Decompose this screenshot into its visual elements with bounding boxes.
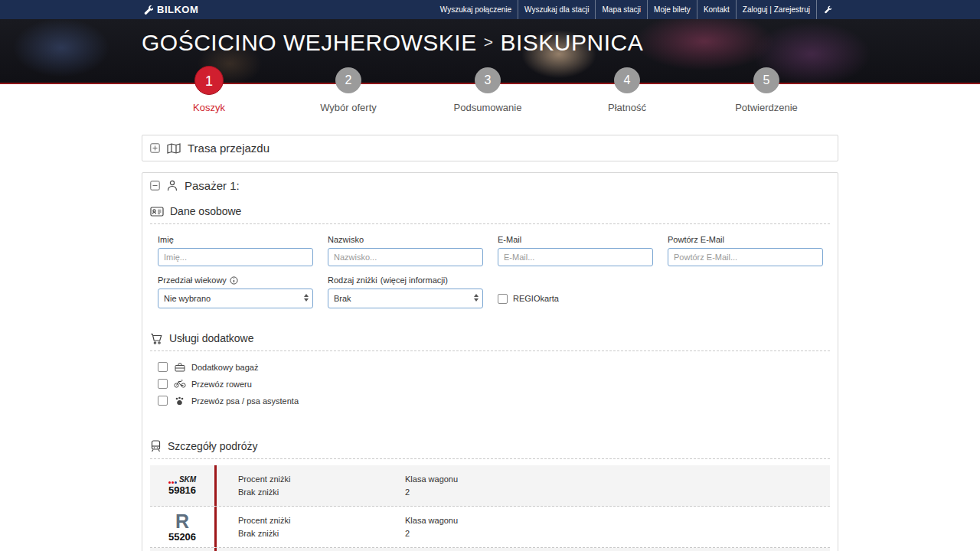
tools-icon[interactable] bbox=[816, 0, 838, 19]
discount-more-info-link[interactable]: (więcej informacji) bbox=[381, 276, 448, 285]
discount-value: Brak zniżki bbox=[238, 486, 384, 499]
service-label: Przewóz roweru bbox=[191, 380, 252, 389]
step-podsumowanie: 3 Podsumowanie bbox=[419, 66, 557, 113]
trip-rows: SKM 59816 Procent zniżki Brak zniżki Kla… bbox=[150, 465, 830, 551]
route-separator: > bbox=[484, 33, 494, 51]
step-platnosc: 4 Płatność bbox=[558, 66, 696, 113]
class-value: 2 bbox=[405, 486, 550, 499]
repeat-email-field[interactable] bbox=[668, 248, 823, 266]
services-title: Usługi dodatkowe bbox=[169, 332, 254, 344]
nav-search-connection[interactable]: Wyszukaj połączenie bbox=[434, 0, 518, 19]
train-number: 55206 bbox=[168, 531, 196, 543]
step-circle: 1 bbox=[194, 66, 224, 95]
personal-data-header: Dane osobowe bbox=[142, 198, 838, 223]
regiokarta-checkbox[interactable] bbox=[498, 294, 508, 304]
dog-checkbox[interactable] bbox=[158, 396, 168, 406]
train-icon bbox=[150, 440, 162, 452]
step-circle: 2 bbox=[335, 67, 361, 93]
discount-cell: Procent zniżki Brak zniżki bbox=[238, 514, 384, 540]
collapse-icon[interactable] bbox=[150, 181, 160, 191]
regiokarta-label: REGIOkarta bbox=[513, 294, 559, 303]
divider bbox=[150, 350, 830, 351]
brand-name: BILKOM bbox=[157, 4, 198, 15]
nav-contact[interactable]: Kontakt bbox=[697, 0, 736, 19]
info-icon[interactable] bbox=[230, 276, 238, 285]
brand-logo[interactable]: BILKOM bbox=[142, 4, 198, 15]
carrier-cell: R 55206 bbox=[150, 512, 214, 543]
divider bbox=[150, 458, 830, 459]
extra-luggage-checkbox[interactable] bbox=[158, 362, 168, 372]
cart-icon bbox=[150, 333, 163, 344]
first-name-label: Imię bbox=[158, 235, 313, 244]
map-icon bbox=[167, 143, 181, 154]
person-icon bbox=[167, 180, 178, 191]
bicycle-checkbox[interactable] bbox=[158, 379, 168, 389]
personal-form-row1: Imię Nazwisko E-Mail Powtórz E-Mail bbox=[158, 235, 822, 266]
destination-station: BISKUPNICA bbox=[500, 30, 643, 55]
step-circle: 3 bbox=[475, 67, 501, 93]
discount-label: Procent zniżki bbox=[238, 514, 384, 527]
regiokarta-option: REGIOkarta bbox=[498, 289, 653, 308]
class-label: Klasa wagonu bbox=[405, 514, 550, 527]
wrench-icon bbox=[142, 5, 153, 15]
email-label: E-Mail bbox=[498, 235, 653, 244]
passenger-panel-title: Pasażer 1: bbox=[185, 179, 240, 192]
table-row: R 80987 Procent zniżki Brak zniżki Klasa… bbox=[150, 548, 830, 551]
trip-details-title: Szczegóły podróży bbox=[168, 440, 258, 452]
step-label: Płatność bbox=[558, 102, 696, 113]
services-header: Usługi dodatkowe bbox=[142, 325, 838, 350]
first-name-field[interactable] bbox=[158, 248, 313, 266]
row-accent-bar bbox=[214, 548, 217, 551]
carrier-name: SKM bbox=[179, 475, 196, 484]
discount-label: Procent zniżki bbox=[238, 473, 384, 486]
nav-station-map[interactable]: Mapa stacji bbox=[595, 0, 647, 19]
origin-station: GOŚCICINO WEJHEROWSKIE bbox=[142, 30, 477, 55]
main-content: Trasa przejazdu Pasażer 1: Dane osobowe … bbox=[142, 135, 838, 551]
discount-cell: Procent zniżki Brak zniżki bbox=[238, 473, 384, 499]
divider bbox=[150, 223, 830, 224]
table-row: SKM 59816 Procent zniżki Brak zniżki Kla… bbox=[150, 465, 830, 507]
nav-my-tickets[interactable]: Moje bilety bbox=[647, 0, 697, 19]
class-label: Klasa wagonu bbox=[405, 473, 550, 486]
route-panel: Trasa przejazdu bbox=[142, 135, 838, 161]
passenger-panel: Pasażer 1: Dane osobowe Imię Nazwisko E-… bbox=[142, 172, 838, 551]
route-panel-title: Trasa przejazdu bbox=[188, 142, 270, 155]
step-label: Wybór oferty bbox=[279, 102, 417, 113]
top-nav: Wyszukaj połączenie Wyszukaj dla stacji … bbox=[434, 0, 838, 19]
discount-type-label: Rodzaj zniżki (więcej informacji) bbox=[328, 276, 483, 285]
carrier-cell: SKM 59816 bbox=[150, 475, 214, 496]
nav-search-station[interactable]: Wyszukaj dla stacji bbox=[518, 0, 595, 19]
step-label: Podsumowanie bbox=[419, 102, 557, 113]
service-dog: Przewóz psa / psa asystenta bbox=[158, 394, 822, 407]
bicycle-icon bbox=[173, 380, 186, 388]
step-potwierdzenie: 5 Potwierdzenie bbox=[697, 66, 835, 113]
step-label: Potwierdzenie bbox=[697, 102, 835, 113]
row-accent-bar bbox=[214, 465, 217, 506]
service-label: Przewóz psa / psa asystenta bbox=[191, 396, 299, 406]
expand-icon[interactable] bbox=[150, 143, 160, 153]
row-accent-bar bbox=[214, 507, 217, 547]
id-card-icon bbox=[150, 207, 164, 217]
step-circle: 4 bbox=[614, 67, 640, 93]
step-koszyk: 1 Koszyk bbox=[140, 66, 278, 113]
step-circle: 5 bbox=[753, 67, 779, 93]
discount-type-select[interactable]: Brak bbox=[328, 289, 483, 308]
email-field[interactable] bbox=[498, 248, 653, 266]
class-value: 2 bbox=[405, 527, 550, 540]
nav-login-register[interactable]: Zaloguj | Zarejestruj bbox=[736, 0, 816, 19]
last-name-field[interactable] bbox=[328, 248, 483, 266]
personal-data-title: Dane osobowe bbox=[170, 205, 241, 217]
personal-form-row2: Przedział wiekowy Nie wybrano Rodzaj zni… bbox=[158, 276, 822, 308]
briefcase-icon bbox=[173, 363, 186, 372]
age-range-select[interactable]: Nie wybrano bbox=[158, 289, 313, 308]
class-cell: Klasa wagonu 2 bbox=[405, 514, 550, 540]
discount-value: Brak zniżki bbox=[238, 527, 384, 540]
table-row: R 55206 Procent zniżki Brak zniżki Klasa… bbox=[150, 507, 830, 548]
class-cell: Klasa wagonu 2 bbox=[405, 473, 550, 499]
service-label: Dodatkowy bagaż bbox=[191, 363, 258, 372]
last-name-label: Nazwisko bbox=[328, 235, 483, 244]
train-number: 59816 bbox=[168, 484, 196, 496]
service-bicycle: Przewóz roweru bbox=[158, 377, 822, 390]
age-range-label: Przedział wiekowy bbox=[158, 276, 313, 285]
page-title: GOŚCICINO WEJHEROWSKIE>BISKUPNICA bbox=[142, 30, 643, 56]
